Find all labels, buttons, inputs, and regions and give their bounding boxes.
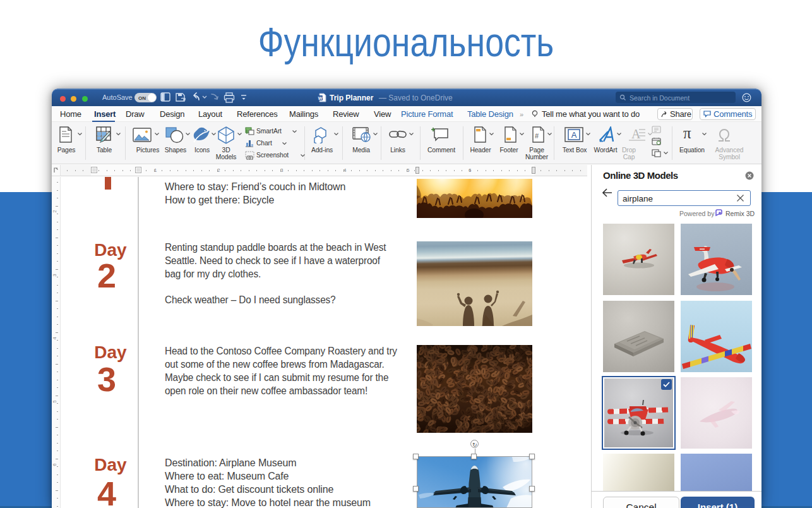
svg-text:A: A <box>631 127 641 141</box>
svg-text:A: A <box>571 130 577 140</box>
svg-text:#: # <box>535 132 539 140</box>
svg-text:W: W <box>318 96 323 100</box>
